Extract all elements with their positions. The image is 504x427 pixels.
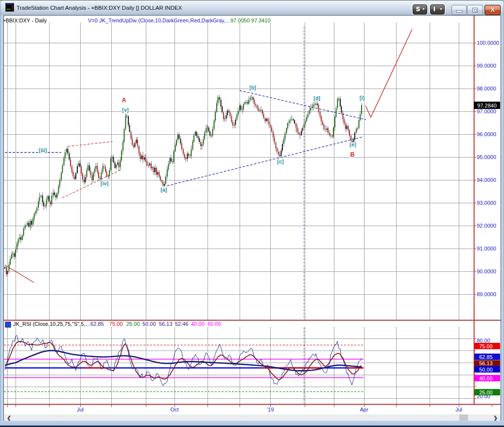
svg-text:62.85: 62.85 xyxy=(479,354,493,360)
svg-text:56.13: 56.13 xyxy=(159,321,173,327)
svg-text:Jul: Jul xyxy=(455,407,462,412)
svg-text:A: A xyxy=(122,97,126,104)
svg-text:100.0000: 100.0000 xyxy=(477,40,499,46)
svg-text:96.0000: 96.0000 xyxy=(477,131,496,137)
svg-text:[iii]: [iii] xyxy=(39,147,47,153)
svg-text:[d]: [d] xyxy=(313,95,320,101)
svg-text:[iv]: [iv] xyxy=(101,180,109,186)
svg-text:98.0000: 98.0000 xyxy=(477,86,496,91)
svg-text:99.0000: 99.0000 xyxy=(477,63,496,69)
svg-text:75.00: 75.00 xyxy=(109,321,123,327)
svg-text:25.00: 25.00 xyxy=(479,390,493,395)
svg-text:Oct: Oct xyxy=(170,407,178,412)
svg-text:56.13: 56.13 xyxy=(479,360,493,366)
svg-text:75.00: 75.00 xyxy=(479,343,493,349)
svg-text:90.0000: 90.0000 xyxy=(477,268,496,274)
svg-text:[e]: [e] xyxy=(349,142,356,147)
svg-text:Apr: Apr xyxy=(360,407,368,412)
svg-text:40.00: 40.00 xyxy=(191,321,205,327)
svg-text:[b]: [b] xyxy=(249,85,256,90)
svg-text:97.0000: 97.0000 xyxy=(477,108,496,114)
svg-text:25.00: 25.00 xyxy=(126,321,140,327)
svg-text:97.2840: 97.2840 xyxy=(477,103,497,108)
svg-text:50.00: 50.00 xyxy=(479,367,493,373)
svg-text:80.00: 80.00 xyxy=(477,338,490,343)
svg-text:JK_RSI (Close,10,25,75,"S",5,.: JK_RSI (Close,10,25,75,"S",5,... xyxy=(13,321,90,327)
svg-text:50.00: 50.00 xyxy=(142,321,156,327)
svg-text:94.0000: 94.0000 xyxy=(477,177,496,183)
svg-text:52.46: 52.46 xyxy=(175,321,189,327)
svg-text:60.00: 60.00 xyxy=(208,321,221,327)
svg-text:[c]: [c] xyxy=(277,159,284,164)
svg-text:+BBIX:DXY - Daily: +BBIX:DXY - Daily xyxy=(4,18,47,23)
svg-text:’19: ’19 xyxy=(267,407,274,412)
svg-text:40.00: 40.00 xyxy=(479,375,493,381)
svg-text:97.0050 97.3410: 97.0050 97.3410 xyxy=(230,18,271,23)
svg-text:93.0000: 93.0000 xyxy=(477,200,496,206)
svg-text:95.0000: 95.0000 xyxy=(477,154,496,160)
svg-text:V=0 JK_TrendUpDw (Close,10,Da: V=0 JK_TrendUpDw (Close,10,DarkGreen,Red… xyxy=(88,18,230,23)
svg-text:B: B xyxy=(350,151,355,158)
svg-text:92.0000: 92.0000 xyxy=(477,223,496,229)
svg-text:Jul: Jul xyxy=(77,407,84,412)
svg-text:62.85: 62.85 xyxy=(90,321,104,327)
svg-text:[i]: [i] xyxy=(360,95,365,101)
svg-text:[v]: [v] xyxy=(122,107,129,113)
svg-text:91.0000: 91.0000 xyxy=(477,246,496,251)
svg-text:[a]: [a] xyxy=(160,187,167,193)
svg-text:89.0000: 89.0000 xyxy=(477,291,496,297)
